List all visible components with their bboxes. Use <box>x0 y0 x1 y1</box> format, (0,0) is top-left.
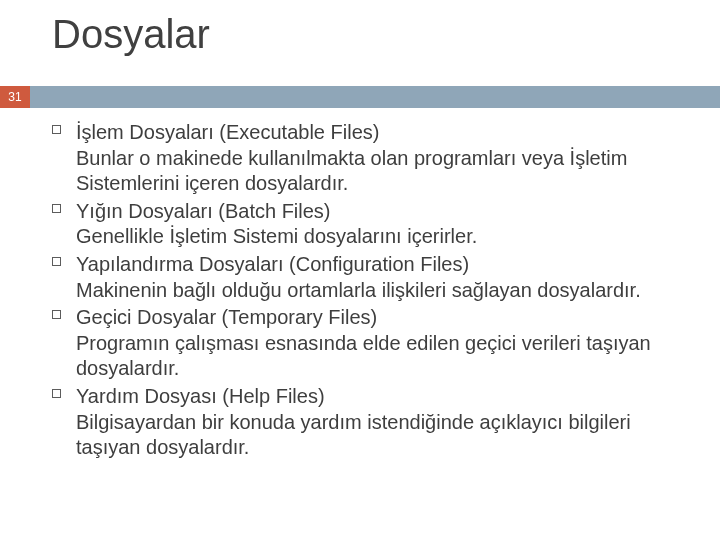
list-item-text: Geçici Dosyalar (Temporary Files) Progra… <box>76 305 690 382</box>
list-item-text: Yapılandırma Dosyaları (Configuration Fi… <box>76 252 690 303</box>
list-item-desc: Programın çalışması esnasında elde edile… <box>76 331 690 382</box>
list-item-text: İşlem Dosyaları (Executable Files) Bunla… <box>76 120 690 197</box>
list-item-desc: Makinenin bağlı olduğu ortamlarla ilişki… <box>76 278 690 304</box>
bullet-icon <box>52 384 76 398</box>
body: İşlem Dosyaları (Executable Files) Bunla… <box>52 120 690 463</box>
list-item-lead: Geçici Dosyalar (Temporary Files) <box>76 305 690 331</box>
list-item-text: Yığın Dosyaları (Batch Files) Genellikle… <box>76 199 690 250</box>
list-item-desc: Bunlar o makinede kullanılmakta olan pro… <box>76 146 690 197</box>
accent-band: 31 <box>0 86 720 108</box>
list-item-lead: Yığın Dosyaları (Batch Files) <box>76 199 690 225</box>
bullet-icon <box>52 252 76 266</box>
list-item: İşlem Dosyaları (Executable Files) Bunla… <box>52 120 690 197</box>
list-item: Yığın Dosyaları (Batch Files) Genellikle… <box>52 199 690 250</box>
bullet-icon <box>52 120 76 134</box>
accent-bar <box>30 86 720 108</box>
slide: Dosyalar 31 İşlem Dosyaları (Executable … <box>0 0 720 540</box>
list-item: Yardım Dosyası (Help Files) Bilgisayarda… <box>52 384 690 461</box>
list-item-desc: Genellikle İşletim Sistemi dosyalarını i… <box>76 224 690 250</box>
list-item-text: Yardım Dosyası (Help Files) Bilgisayarda… <box>76 384 690 461</box>
list-item-desc: Bilgisayardan bir konuda yardım istendiğ… <box>76 410 690 461</box>
list-item-lead: Yardım Dosyası (Help Files) <box>76 384 690 410</box>
bullet-icon <box>52 199 76 213</box>
slide-title: Dosyalar <box>52 12 210 57</box>
list-item-lead: İşlem Dosyaları (Executable Files) <box>76 120 690 146</box>
list-item: Yapılandırma Dosyaları (Configuration Fi… <box>52 252 690 303</box>
bullet-icon <box>52 305 76 319</box>
list-item: Geçici Dosyalar (Temporary Files) Progra… <box>52 305 690 382</box>
list-item-lead: Yapılandırma Dosyaları (Configuration Fi… <box>76 252 690 278</box>
page-number: 31 <box>0 86 30 108</box>
